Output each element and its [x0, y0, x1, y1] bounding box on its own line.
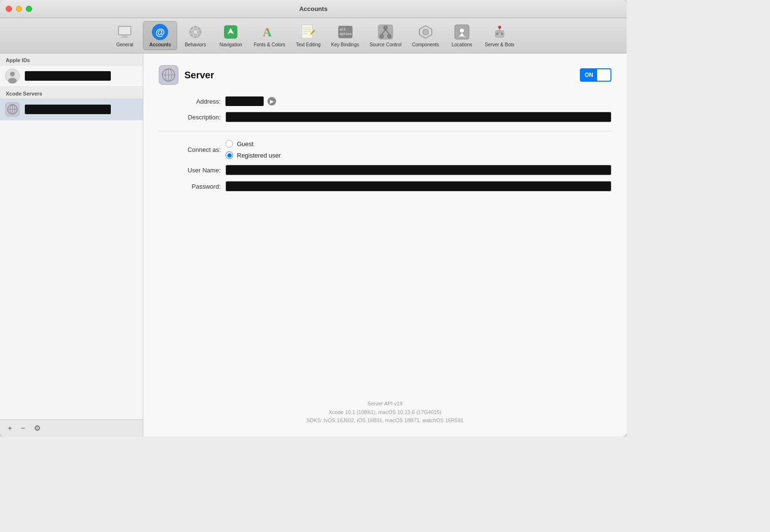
- description-field-row: [225, 112, 611, 122]
- svg-point-30: [423, 29, 428, 35]
- sidebar-item-apple-id[interactable]: [0, 65, 143, 87]
- connect-as-label: Connect as:: [159, 146, 225, 153]
- tab-key-bindings[interactable]: alt option Key Bindings: [326, 21, 364, 50]
- svg-rect-6: [195, 26, 196, 28]
- tab-server-bots[interactable]: Server & Bots: [480, 21, 519, 50]
- footer-line3: SDKS: tvOS 16J602, iOS 16B91, macOS 18B7…: [159, 416, 611, 425]
- tab-accounts[interactable]: @ Accounts: [143, 21, 177, 50]
- svg-text:option: option: [340, 32, 352, 36]
- xcode-server-icon: [5, 102, 20, 117]
- toggle-thumb: [597, 69, 610, 81]
- server-globe-icon: [159, 65, 179, 85]
- apple-ids-header: Apple IDs: [0, 53, 143, 65]
- username-field-row: [225, 165, 611, 175]
- xcode-server-redacted: [25, 105, 111, 114]
- svg-point-41: [8, 78, 17, 84]
- source-icon: [377, 23, 394, 41]
- traffic-lights: [6, 6, 32, 12]
- text-edit-icon: [299, 23, 317, 41]
- username-field[interactable]: [225, 165, 611, 175]
- components-icon: [417, 23, 434, 41]
- sidebar: Apple IDs Xcode Servers: [0, 53, 143, 436]
- locations-icon: [453, 23, 471, 41]
- svg-rect-1: [122, 35, 127, 37]
- svg-text:A: A: [263, 25, 272, 39]
- xcode-servers-header: Xcode Servers: [0, 87, 143, 99]
- description-label: Description:: [159, 114, 225, 121]
- tab-text-editing-label: Text Editing: [296, 42, 321, 47]
- svg-rect-38: [497, 32, 502, 33]
- at-icon: @: [151, 23, 169, 41]
- monitor-icon: [116, 23, 133, 41]
- footer-info: Server API v19 Xcode 10.1 (10B61), macOS…: [159, 385, 611, 425]
- svg-point-35: [501, 33, 503, 35]
- svg-point-5: [193, 30, 198, 34]
- tab-fonts-colors-label: Fonts & Colors: [254, 42, 285, 47]
- tab-components-label: Components: [412, 42, 439, 47]
- radio-guest[interactable]: [225, 140, 233, 148]
- toolbar: General @ Accounts: [0, 18, 627, 53]
- server-title: Server: [184, 70, 580, 81]
- settings-button[interactable]: ⚙: [31, 424, 43, 433]
- tab-behaviors[interactable]: Behaviors: [178, 21, 213, 50]
- password-field[interactable]: [225, 181, 611, 192]
- tab-navigation[interactable]: Navigation: [214, 21, 248, 50]
- address-field-row: ▶: [225, 96, 611, 106]
- password-field-row: [225, 181, 611, 192]
- address-go-button[interactable]: ▶: [267, 97, 276, 106]
- radio-row-guest: Guest: [225, 140, 281, 148]
- close-button[interactable]: [6, 6, 12, 12]
- address-label: Address:: [159, 98, 225, 105]
- username-label: User Name:: [159, 167, 225, 174]
- form-section: Address: ▶ Description: Connect as:: [159, 96, 611, 192]
- tab-navigation-label: Navigation: [220, 42, 242, 47]
- footer-line1: Server API v19: [159, 400, 611, 408]
- window-title: Accounts: [299, 5, 327, 12]
- tab-locations[interactable]: Locations: [445, 21, 479, 50]
- apple-id-redacted: [25, 71, 111, 81]
- radio-registered-label: Registered user: [237, 152, 281, 159]
- font-icon: A: [261, 23, 278, 41]
- key-icon: alt option: [337, 23, 354, 41]
- tab-accounts-label: Accounts: [149, 42, 171, 47]
- titlebar: Accounts: [0, 0, 627, 18]
- svg-text:alt: alt: [340, 28, 346, 32]
- sidebar-bottom-bar: + − ⚙: [0, 419, 143, 436]
- sidebar-item-xcode-server[interactable]: [0, 99, 143, 120]
- password-label: Password:: [159, 183, 225, 190]
- radio-row-registered: Registered user: [225, 151, 281, 159]
- radio-guest-label: Guest: [237, 140, 254, 148]
- footer-line2: Xcode 10.1 (10B61), macOS 10.13.6 (17G40…: [159, 408, 611, 417]
- maximize-button[interactable]: [26, 6, 32, 12]
- minimize-button[interactable]: [16, 6, 22, 12]
- svg-point-26: [380, 34, 384, 38]
- address-value: [225, 96, 264, 106]
- svg-point-27: [387, 34, 391, 38]
- description-field[interactable]: [225, 112, 611, 122]
- svg-rect-7: [195, 36, 196, 38]
- tab-server-bots-label: Server & Bots: [485, 42, 514, 47]
- gear-icon: [187, 23, 204, 41]
- svg-point-40: [10, 72, 15, 76]
- svg-point-37: [498, 26, 501, 29]
- radio-registered[interactable]: [225, 151, 233, 159]
- tab-components[interactable]: Components: [407, 21, 444, 50]
- svg-rect-8: [189, 32, 192, 33]
- radio-group: Guest Registered user: [225, 140, 281, 159]
- tab-fonts-colors[interactable]: A Fonts & Colors: [249, 21, 290, 50]
- sidebar-list: Apple IDs Xcode Servers: [0, 53, 143, 419]
- remove-account-button[interactable]: −: [18, 424, 28, 433]
- add-account-button[interactable]: +: [5, 424, 15, 433]
- apple-id-icon: [5, 68, 20, 84]
- tab-text-editing[interactable]: Text Editing: [291, 21, 325, 50]
- svg-rect-3: [119, 27, 130, 34]
- main-window: Accounts General @ Accounts: [0, 0, 627, 436]
- connect-as-options: Guest Registered user: [225, 140, 611, 159]
- svg-point-34: [496, 33, 498, 35]
- tab-source-control-label: Source Control: [370, 42, 402, 47]
- toggle-switch[interactable]: ON: [580, 68, 611, 82]
- tab-general[interactable]: General: [107, 21, 142, 50]
- tab-source-control[interactable]: Source Control: [365, 21, 406, 50]
- form-divider: [159, 131, 611, 131]
- svg-point-25: [384, 26, 387, 30]
